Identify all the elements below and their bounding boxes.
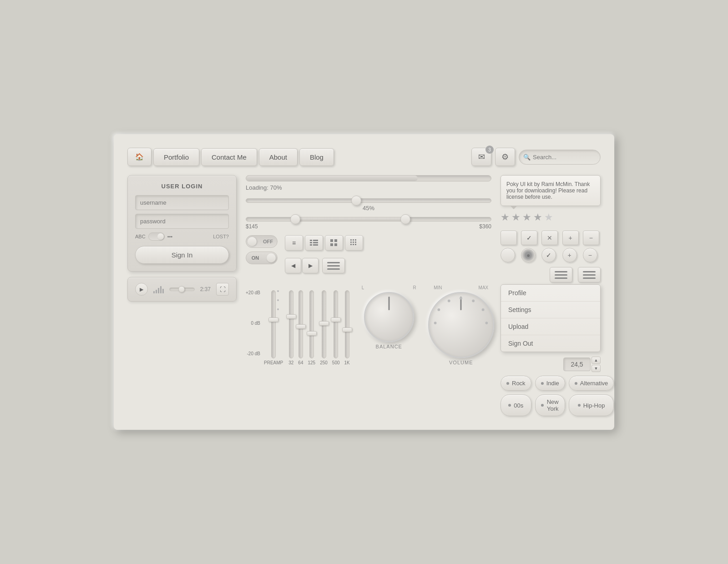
dropdown-profile[interactable]: Profile <box>501 285 600 302</box>
plus-btn-2[interactable]: + <box>562 248 577 262</box>
hamburger-button[interactable] <box>322 258 345 273</box>
tooltip-text: Poky UI kit by Rami McMin. Thank you for… <box>506 181 590 200</box>
menu-header-row <box>500 267 601 282</box>
band-500-track[interactable] <box>334 290 338 358</box>
band-500-knob[interactable] <box>331 317 341 322</box>
range-knob-left[interactable] <box>290 214 300 224</box>
range-slider-section: $145 $360 <box>246 217 491 230</box>
password-input[interactable] <box>135 214 229 229</box>
view-grid4-btn[interactable] <box>345 235 363 251</box>
tag-ny-label: New York <box>546 398 559 412</box>
tag-newyork[interactable]: New York <box>535 394 565 416</box>
band-250-knob[interactable] <box>319 321 329 326</box>
band-64-track[interactable] <box>298 290 303 358</box>
player-time: 2:37 <box>200 286 211 292</box>
spinner-down[interactable]: ▼ <box>592 365 601 372</box>
balance-label: BALANCE <box>376 344 402 349</box>
vol-bar-5 <box>162 289 164 293</box>
tag-indie-label: Indie <box>546 380 559 387</box>
svg-rect-9 <box>334 243 337 246</box>
dropdown-upload[interactable]: Upload <box>501 318 600 335</box>
nav-blog-button[interactable]: Blog <box>299 148 334 166</box>
balance-knob[interactable] <box>364 292 414 342</box>
band-1k-label: 1K <box>344 360 350 365</box>
fullscreen-button[interactable]: ⛶ <box>216 283 229 296</box>
tag-alternative[interactable]: Alternative <box>569 376 614 391</box>
sign-in-button[interactable]: Sign In <box>135 246 229 264</box>
hamburger-line-d <box>583 271 596 272</box>
star-4[interactable]: ★ <box>533 212 542 223</box>
slider-track[interactable] <box>246 198 491 203</box>
balance-section: L R BALANCE <box>362 285 416 365</box>
tag-rock[interactable]: Rock <box>500 376 531 391</box>
play-button[interactable]: ▶ <box>135 283 148 296</box>
minus-btn-2[interactable]: − <box>583 248 597 262</box>
range-knob-right[interactable] <box>400 214 410 224</box>
search-input[interactable] <box>519 150 601 165</box>
nav-portfolio-button[interactable]: Portfolio <box>153 148 199 166</box>
dropdown-settings[interactable]: Settings <box>501 302 600 318</box>
band-1k-knob[interactable] <box>342 327 352 332</box>
radio-empty[interactable] <box>500 248 515 262</box>
nav-about-button[interactable]: About <box>259 148 298 166</box>
spinner-value[interactable]: 24,5 <box>563 358 591 371</box>
prev-button[interactable]: ◀ <box>285 258 301 273</box>
slider-section: 45% <box>246 198 491 212</box>
view-list-btn[interactable]: ≡ <box>285 235 303 251</box>
band-1k-track[interactable] <box>345 290 349 358</box>
settings-button[interactable]: ⚙ <box>495 148 515 166</box>
slider-knob[interactable] <box>351 196 361 206</box>
svg-point-19 <box>460 297 462 300</box>
tag-hiphop[interactable]: Hip-Hop <box>569 394 614 416</box>
hamburger-button-2[interactable] <box>550 267 572 282</box>
spinner-up[interactable]: ▲ <box>592 357 601 364</box>
nav-contactme-button[interactable]: Contact Me <box>201 148 257 166</box>
star-5[interactable]: ★ <box>544 212 553 223</box>
checkbox-x[interactable]: ✕ <box>541 231 558 245</box>
band-64-knob[interactable] <box>296 324 306 329</box>
player-track[interactable] <box>169 287 195 291</box>
preamp-knob[interactable] <box>268 317 278 322</box>
nav-home-button[interactable]: 🏠 <box>127 148 152 166</box>
radio-filled[interactable]: ● <box>521 248 536 262</box>
view-list2-btn[interactable] <box>305 235 323 251</box>
lost-link[interactable]: LOST? <box>213 234 229 239</box>
band-125-knob[interactable] <box>307 331 317 336</box>
hamburger-button-3[interactable] <box>578 267 601 282</box>
mail-button[interactable]: ✉ 3 <box>471 148 491 166</box>
range-track[interactable] <box>246 217 491 222</box>
svg-point-24 <box>437 308 440 311</box>
tag-00s[interactable]: 00s <box>500 394 531 416</box>
player-knob[interactable] <box>178 286 185 292</box>
minus-btn-1[interactable]: − <box>583 231 599 245</box>
plus-btn-1[interactable]: + <box>562 231 579 245</box>
band-250-track[interactable] <box>322 290 326 358</box>
volume-knob[interactable] <box>428 292 494 358</box>
balance-right-label: R <box>413 285 416 290</box>
band-125-track[interactable] <box>309 290 314 358</box>
checkbox-checked[interactable]: ✓ <box>521 231 537 245</box>
eq-section: +20 dB 0 dB -20 dB <box>246 285 350 365</box>
next-button[interactable]: ▶ <box>302 258 318 273</box>
toggle-off[interactable]: OFF <box>246 235 278 248</box>
star-3[interactable]: ★ <box>522 212 531 223</box>
star-1[interactable]: ★ <box>500 212 510 223</box>
band-32-knob[interactable] <box>286 314 296 319</box>
vol-bar-4 <box>160 286 162 293</box>
band-500: 500 <box>332 290 340 365</box>
abc-toggle[interactable] <box>148 232 165 241</box>
preamp-track[interactable] <box>271 290 276 358</box>
spinner-buttons: ▲ ▼ <box>592 357 601 372</box>
radio-check[interactable]: ✓ <box>541 248 556 262</box>
view-grid2-btn[interactable] <box>325 235 343 251</box>
username-input[interactable] <box>135 195 229 210</box>
svg-rect-6 <box>330 239 333 242</box>
dropdown-signout[interactable]: Sign Out <box>501 335 600 352</box>
tag-indie[interactable]: Indie <box>535 376 565 391</box>
checkbox-empty[interactable] <box>500 231 517 245</box>
toggle-on[interactable]: ON <box>246 252 278 264</box>
svg-point-20 <box>472 300 475 302</box>
band-32-track[interactable] <box>289 290 293 358</box>
star-2[interactable]: ★ <box>511 212 521 223</box>
nav-bar: 🏠 Portfolio Contact Me About Blog ✉ 3 ⚙ … <box>127 148 601 166</box>
